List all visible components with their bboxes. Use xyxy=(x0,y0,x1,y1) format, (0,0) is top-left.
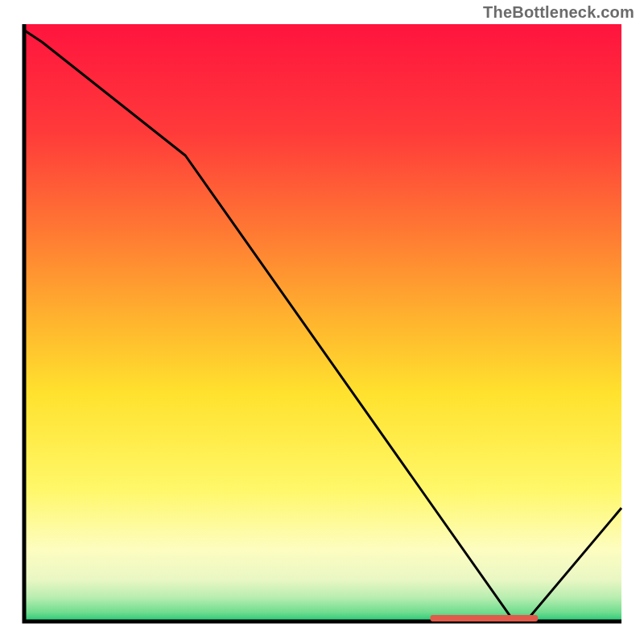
chart-container: TheBottleneck.com xyxy=(0,0,644,644)
optimal-range-marker xyxy=(431,615,539,621)
gradient-background xyxy=(24,24,621,621)
bottleneck-chart xyxy=(0,0,644,644)
watermark-label: TheBottleneck.com xyxy=(483,3,634,22)
